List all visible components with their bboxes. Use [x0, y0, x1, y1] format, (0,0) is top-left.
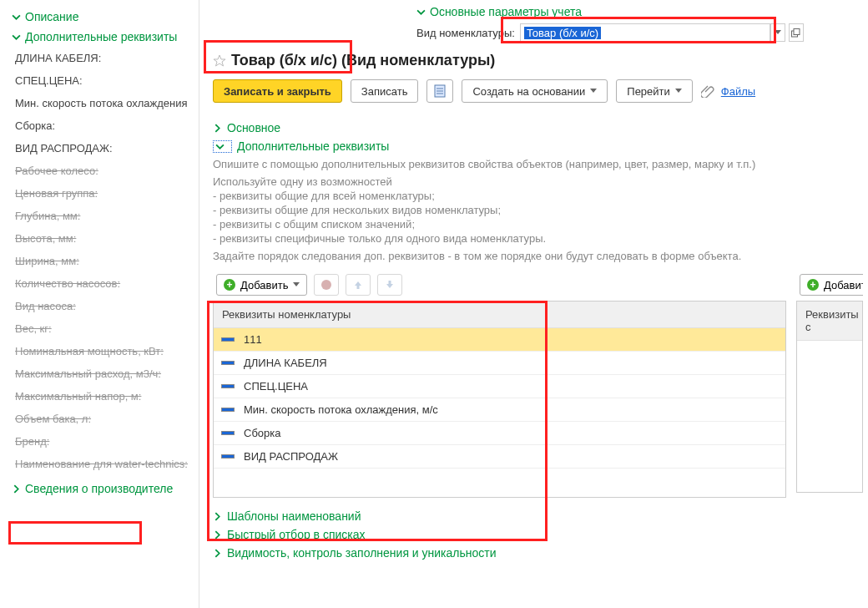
section-name-templates[interactable]: Шаблоны наименований — [213, 509, 863, 523]
section-label: Основное — [227, 121, 280, 134]
section-main[interactable]: Основное — [213, 121, 863, 134]
section-description[interactable]: Описание — [12, 10, 189, 23]
nomenclature-type-value: Товар (б/х и/с) — [524, 27, 601, 39]
report-button[interactable] — [426, 79, 453, 103]
section-label: Дополнительные реквизиты — [25, 30, 177, 43]
plus-icon: + — [224, 279, 235, 291]
open-button[interactable] — [789, 23, 804, 42]
create-based-on-button[interactable]: Создать на основании — [462, 79, 608, 103]
page-title: Товар (б/х и/с) (Вид номенклатуры) — [231, 52, 495, 69]
chevron-down-icon — [12, 33, 21, 42]
table-row[interactable]: СПЕЦ.ЦЕНА — [214, 375, 785, 398]
description-text: Задайте порядок следования доп. реквизит… — [213, 250, 863, 262]
add-button[interactable]: + Добавить — [216, 274, 307, 296]
left-item-struck[interactable]: Глубина, мм: — [15, 210, 189, 222]
left-item[interactable]: СПЕЦ.ЦЕНА: — [15, 74, 189, 87]
left-sidebar: Описание Дополнительные реквизиты ДЛИНА … — [0, 0, 199, 608]
section-main-params[interactable]: Основные параметры учета — [416, 5, 582, 18]
star-icon[interactable] — [213, 54, 226, 68]
document-lines-icon — [434, 84, 446, 98]
main-grid-col: + Добавить — [213, 271, 786, 498]
side-grid[interactable]: Реквизиты с — [796, 301, 863, 493]
table-row[interactable]: ВИД РАСПРОДАЖ — [214, 445, 785, 469]
chevron-right-icon — [213, 512, 222, 521]
section-label: Сведения о производителе — [25, 482, 173, 495]
main-toolbar: Записать и закрыть Записать Создать на о… — [208, 73, 868, 114]
arrow-up-icon — [353, 280, 363, 290]
left-item[interactable]: ВИД РАСПРОДАЖ: — [15, 142, 189, 155]
row-type-icon — [222, 432, 234, 434]
chevron-down-icon — [215, 142, 225, 151]
left-item-struck[interactable]: Высота, мм: — [15, 232, 189, 245]
row-type-icon — [222, 408, 234, 411]
nomenclature-type-input[interactable]: Товар (б/х и/с) — [520, 23, 770, 42]
left-item-struck[interactable]: Вид насоса: — [15, 300, 189, 312]
section-label: Основные параметры учета — [430, 5, 582, 18]
chevron-down-icon — [416, 8, 426, 17]
row-type-icon — [222, 362, 234, 364]
requisites-grid[interactable]: Реквизиты номенклатуры 111 ДЛИНА КАБЕЛЯ … — [213, 301, 786, 498]
grid-toolbar: + Добавить — [213, 271, 786, 301]
section-label: Шаблоны наименований — [227, 509, 361, 523]
left-item-struck[interactable]: Наименование для water-technics: — [15, 458, 189, 470]
section-additional-props-left[interactable]: Дополнительные реквизиты — [12, 30, 189, 43]
table-row[interactable]: Сборка — [214, 422, 785, 445]
svg-rect-2 — [435, 85, 445, 97]
plus-icon: + — [807, 279, 819, 291]
right-form: Основные параметры учета Вид номенклатур… — [199, 0, 868, 608]
chevron-down-icon — [12, 13, 21, 22]
left-item-struck[interactable]: Максимальный напор, м: — [15, 390, 189, 403]
dropdown-button[interactable] — [770, 23, 785, 42]
section-label: Дополнительные реквизиты — [237, 139, 389, 153]
grid-header: Реквизиты номенклатуры — [214, 301, 785, 328]
chevron-right-icon — [213, 549, 222, 558]
left-item[interactable]: Сборка: — [15, 119, 189, 132]
left-item-struck[interactable]: Объем бака, л: — [15, 413, 189, 425]
row-type-icon — [222, 385, 234, 388]
delete-circle-icon — [320, 279, 332, 291]
section-label: Быстрый отбор в списках — [227, 528, 366, 541]
section-visibility[interactable]: Видимость, контроль заполнения и уникаль… — [213, 546, 863, 560]
description-text: Используйте одну из возможностей - рекви… — [213, 175, 863, 245]
row-type-icon — [222, 455, 234, 458]
delete-button[interactable] — [314, 274, 339, 296]
move-down-button[interactable] — [377, 274, 402, 296]
left-item-struck[interactable]: Количество насосов: — [15, 277, 189, 290]
caret-down-icon — [590, 89, 597, 94]
arrow-down-icon — [385, 280, 395, 290]
section-additional-props[interactable]: Дополнительные реквизиты — [213, 139, 863, 153]
caret-down-icon — [675, 89, 682, 94]
left-item-struck[interactable]: Номинальная мощность, кВт: — [15, 345, 189, 357]
table-row[interactable]: 111 — [214, 328, 785, 352]
caret-down-icon — [293, 282, 300, 287]
left-item-struck[interactable]: Ширина, мм: — [15, 255, 189, 267]
left-item-struck[interactable]: Бренд: — [15, 435, 189, 448]
left-item-struck[interactable]: Максимальный расход, м3/ч: — [15, 367, 189, 380]
left-item-struck[interactable]: Вес, кг: — [15, 322, 189, 335]
section-label: Видимость, контроль заполнения и уникаль… — [227, 546, 497, 560]
section-quick-filter[interactable]: Быстрый отбор в списках — [213, 528, 863, 541]
side-add-button[interactable]: + Добавит — [800, 274, 863, 296]
left-item[interactable]: Мин. скорость потока охлаждения — [15, 97, 189, 109]
grid-header: Реквизиты с — [797, 301, 862, 341]
left-item-struck[interactable]: Рабочее колесо: — [15, 165, 189, 177]
table-row[interactable]: ДЛИНА КАБЕЛЯ — [214, 352, 785, 375]
save-button[interactable]: Записать — [351, 79, 419, 103]
left-item[interactable]: ДЛИНА КАБЕЛЯ: — [15, 52, 189, 64]
save-close-button[interactable]: Записать и закрыть — [213, 79, 342, 103]
open-external-icon — [791, 28, 800, 38]
left-item-struck[interactable]: Ценовая группа: — [15, 187, 189, 200]
description-text: Опишите с помощью дополнительных реквизи… — [213, 158, 863, 170]
section-label: Описание — [25, 10, 78, 23]
chevron-right-icon — [213, 124, 222, 133]
paperclip-icon[interactable] — [701, 84, 714, 98]
files-link[interactable]: Файлы — [721, 85, 755, 98]
side-grid-toolbar: + Добавит — [796, 271, 863, 301]
caret-down-icon — [775, 30, 781, 35]
goto-button[interactable]: Перейти — [616, 79, 693, 103]
section-manufacturer[interactable]: Сведения о производителе — [12, 482, 189, 495]
move-up-button[interactable] — [346, 274, 371, 296]
form-title-row: Товар (б/х и/с) (Вид номенклатуры) — [208, 45, 868, 73]
table-row[interactable]: Мин. скорость потока охлаждения, м/с — [214, 398, 785, 422]
chevron-right-icon — [213, 530, 222, 540]
